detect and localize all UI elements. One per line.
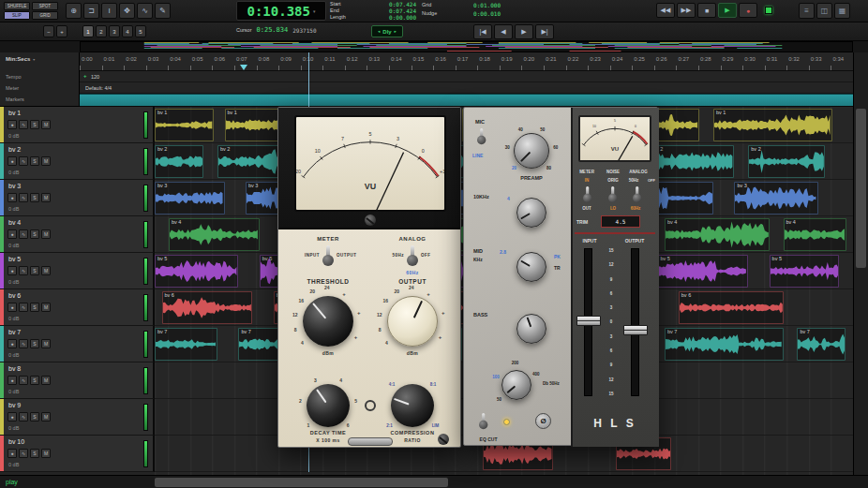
go-to-start-button[interactable]: |◀ — [473, 24, 492, 39]
nudge-label[interactable]: Nudge — [422, 10, 437, 19]
audio-clip[interactable]: bv 3 — [155, 182, 225, 214]
markers-lane-label[interactable]: Markers — [6, 96, 24, 102]
vertical-scrollbar[interactable] — [853, 52, 868, 475]
threshold-knob[interactable] — [303, 296, 353, 347]
track-volume[interactable]: 0 dB — [8, 425, 19, 431]
record-enable-button[interactable]: ● — [7, 156, 17, 166]
play-button[interactable]: ▶ — [718, 3, 737, 18]
playlist-wave-button[interactable]: ∿ — [19, 229, 28, 239]
tempo-lane-label[interactable]: Tempo — [6, 74, 22, 80]
mid-freq-knob[interactable] — [516, 252, 546, 282]
track-header-bv-9[interactable]: bv 9●∿SM0 dB — [0, 399, 155, 436]
universe-overview[interactable] — [80, 41, 853, 52]
mute-button[interactable]: M — [41, 229, 51, 239]
scrubber-tool[interactable]: ∿ — [137, 3, 153, 19]
tempo-lane[interactable]: + 120 — [80, 71, 853, 82]
zoom-preset-3[interactable]: 3 — [109, 25, 120, 37]
playlist-wave-button[interactable]: ∿ — [19, 412, 28, 421]
track-volume[interactable]: 0 dB — [8, 170, 19, 175]
track-name[interactable]: bv 4 — [8, 219, 21, 226]
track-name[interactable]: bv 9 — [8, 402, 21, 408]
solo-button[interactable]: S — [30, 120, 39, 129]
timebase-caret-icon[interactable]: ▾ — [33, 57, 35, 62]
playlist-wave-button[interactable]: ∿ — [19, 376, 28, 385]
track-volume[interactable]: 0 dB — [8, 462, 19, 467]
meter-lane[interactable]: Default: 4/4 — [80, 82, 853, 94]
solo-button[interactable]: S — [30, 412, 39, 421]
audio-clip[interactable]: bv 2 — [748, 145, 825, 178]
horizontal-scrollbar-thumb[interactable] — [155, 478, 448, 487]
hls-plugin-window[interactable]: MIC LINE 203040506080 PREAMP 10KHz 4 MID… — [463, 107, 658, 446]
track-header-bv-3[interactable]: bv 3●∿SM0 dB — [0, 180, 155, 216]
phase-button[interactable]: Ø — [535, 413, 551, 429]
track-header-bv-10[interactable]: bv 10●∿SM0 dB — [0, 436, 155, 472]
solo-button[interactable]: S — [30, 156, 39, 166]
record-enable-button[interactable]: ● — [7, 449, 17, 458]
audio-clip[interactable]: bv 1 — [155, 109, 214, 141]
playlist-wave-button[interactable]: ∿ — [19, 303, 28, 312]
grid-value[interactable]: 0:01.000 — [473, 2, 501, 10]
hls-meter-toggle[interactable] — [583, 186, 591, 204]
track-name[interactable]: bv 8 — [8, 365, 21, 372]
zoom-in-button[interactable]: + — [56, 25, 67, 37]
mute-button[interactable]: M — [41, 266, 51, 275]
record-enable-button[interactable]: ● — [7, 376, 17, 385]
mute-button[interactable]: M — [41, 120, 51, 129]
audio-clip[interactable]: bv 4 — [665, 218, 770, 251]
audio-clip[interactable]: bv 7 — [665, 328, 784, 361]
forward-button[interactable]: ▶ — [515, 24, 533, 39]
audio-clip[interactable]: bv 4 — [784, 218, 846, 251]
playlist-wave-button[interactable]: ∿ — [19, 266, 28, 275]
output-knob[interactable] — [387, 296, 438, 347]
zoom-out-button[interactable]: − — [43, 25, 54, 37]
record-button[interactable]: ● — [739, 3, 757, 18]
hls-analog-toggle[interactable] — [633, 186, 641, 204]
decay-time-knob[interactable] — [307, 384, 350, 427]
audio-clip[interactable]: bv 3 — [734, 182, 817, 214]
selector-tool[interactable]: I — [101, 3, 117, 19]
track-name[interactable]: bv 3 — [8, 183, 21, 189]
comp-analog-toggle[interactable] — [407, 245, 418, 268]
delay-compensation-indicator[interactable]: ◄ Dly ► — [371, 25, 403, 37]
hls-noise-toggle[interactable] — [608, 186, 617, 204]
go-to-end-button[interactable]: ▶| — [535, 24, 554, 39]
bass-freq-knob[interactable] — [501, 370, 531, 400]
playlist-wave-button[interactable]: ∿ — [19, 193, 28, 202]
solo-button[interactable]: S — [30, 229, 39, 239]
fast-forward-button[interactable]: ▶▶ — [677, 3, 696, 18]
start-value[interactable]: 0:07.424 — [389, 1, 416, 7]
mute-button[interactable]: M — [41, 193, 51, 202]
audio-clip[interactable]: bv 5 — [770, 255, 840, 288]
audio-clip[interactable]: bv 6 — [162, 291, 253, 324]
mute-button[interactable]: M — [41, 376, 51, 385]
zoom-preset-2[interactable]: 2 — [96, 25, 107, 37]
mute-button[interactable]: M — [41, 303, 51, 312]
playlist-wave-button[interactable]: ∿ — [19, 120, 28, 129]
horizontal-scrollbar[interactable]: play — [0, 475, 868, 488]
audio-clip[interactable]: bv 2 — [155, 145, 203, 178]
track-volume[interactable]: 0 dB — [8, 389, 19, 394]
compressor-plugin-window[interactable]: 20107530+3VU METER ANALOG INPUT OUTPUT 5… — [277, 107, 461, 448]
meter-value[interactable]: Default: 4/4 — [85, 85, 112, 91]
trim-tool[interactable]: ⊐ — [83, 3, 99, 19]
back-button[interactable]: ◀ — [494, 24, 513, 39]
solo-button[interactable]: S — [30, 376, 39, 385]
record-enable-button[interactable]: ● — [7, 120, 17, 129]
record-enable-button[interactable]: ● — [7, 266, 17, 275]
rewind-button[interactable]: ◀◀ — [656, 3, 675, 18]
zoom-tool[interactable]: ⊕ — [66, 3, 82, 19]
playlist-wave-button[interactable]: ∿ — [19, 449, 28, 458]
solo-button[interactable]: S — [30, 193, 39, 202]
solo-button[interactable]: S — [30, 266, 39, 275]
audio-clip[interactable]: bv 7 — [797, 328, 846, 361]
track-name[interactable]: bv 10 — [8, 438, 24, 445]
grabber-tool[interactable]: ✥ — [119, 3, 135, 19]
track-volume[interactable]: 0 dB — [8, 206, 19, 212]
grid-label[interactable]: Grid — [422, 2, 431, 10]
track-volume[interactable]: 0 dB — [8, 243, 19, 248]
mute-button[interactable]: M — [41, 412, 51, 421]
audio-clip[interactable]: bv 1 — [713, 109, 832, 141]
track-header-bv-1[interactable]: bv 1●∿SM0 dB — [0, 107, 155, 143]
treble-knob[interactable] — [516, 198, 546, 228]
track-header-bv-4[interactable]: bv 4●∿SM0 dB — [0, 216, 155, 253]
